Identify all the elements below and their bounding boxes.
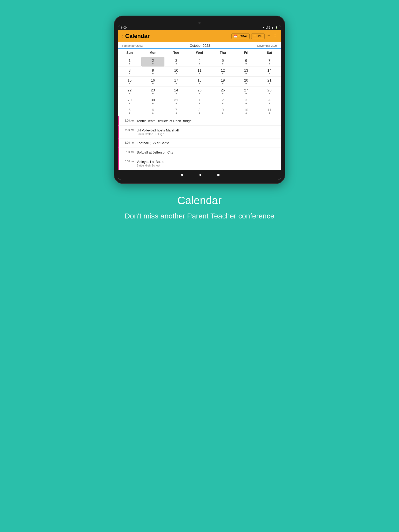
cal-day-19-week2[interactable]: 19	[211, 77, 235, 87]
tablet-screen: 8:00 ▼ LTE ▲ 🔋 ‹ Calendar 📅 TODAY ☰ LIST…	[118, 25, 281, 180]
event-time-0: 8:00 AM	[123, 119, 134, 122]
cal-day-8-week5[interactable]: 8	[188, 106, 211, 116]
cal-day-8-week1[interactable]: 8	[118, 67, 141, 77]
list-button[interactable]: ☰ LIST	[251, 34, 265, 39]
cal-day-25-week3[interactable]: 25	[188, 87, 211, 96]
recent-nav-button[interactable]: ■	[217, 172, 220, 177]
today-label: TODAY	[238, 35, 248, 38]
cal-day-27-week3[interactable]: 27	[235, 87, 258, 96]
cal-day-28-week3[interactable]: 28	[258, 87, 281, 96]
wifi-icon: ▼	[262, 26, 265, 29]
bottom-subtitle: Don't miss another Parent Teacher confer…	[125, 211, 274, 221]
cal-day-12-week1[interactable]: 12	[211, 67, 235, 77]
today-icon: 📅	[234, 35, 237, 38]
list-icon: ☰	[253, 35, 256, 38]
tablet-top-bar	[118, 21, 281, 25]
cal-day-26-week3[interactable]: 26	[211, 87, 235, 96]
day-headers: Sun Mon Tue Wed Thu Fri Sat	[118, 49, 281, 57]
home-nav-button[interactable]: ●	[199, 172, 202, 177]
tablet-device: 8:00 ▼ LTE ▲ 🔋 ‹ Calendar 📅 TODAY ☰ LIST…	[114, 16, 285, 184]
cal-day-16-week2[interactable]: 16	[141, 77, 165, 87]
event-item-3[interactable]: 5:00 PMSoftball at Jefferson City	[118, 148, 281, 157]
app-title: Calendar	[125, 33, 230, 39]
event-title-4: Volleyball at Battle	[137, 160, 277, 164]
event-time-2: 5:00 PM	[123, 141, 134, 144]
cal-day-5-week5[interactable]: 5	[118, 106, 141, 116]
day-header-mon: Mon	[141, 50, 165, 56]
back-nav-button[interactable]: ◄	[179, 172, 183, 177]
cal-day-22-week3[interactable]: 22	[118, 87, 141, 96]
cal-day-9-week1[interactable]: 9	[141, 67, 165, 77]
event-title-3: Softball at Jefferson City	[137, 150, 277, 154]
event-title-2: Football (JV) at Battle	[137, 141, 277, 145]
event-item-0[interactable]: 8:00 AMTennis Team Districts at Rock Bri…	[118, 116, 281, 126]
cal-day-15-week2[interactable]: 15	[118, 77, 141, 87]
battery-icon: 🔋	[275, 26, 278, 29]
cal-day-10-week1[interactable]: 10	[164, 67, 188, 77]
cal-day-2-week0[interactable]: 2	[141, 57, 165, 67]
event-time-1: 4:00 PM	[123, 128, 134, 131]
bottom-title: Calendar	[125, 194, 274, 207]
lte-label: LTE	[265, 26, 270, 29]
day-header-thu: Thu	[211, 50, 235, 56]
event-time-4: 5:00 PM	[123, 160, 134, 163]
filter-button[interactable]: ≡	[267, 34, 270, 39]
cal-day-30-week4[interactable]: 30	[141, 96, 165, 106]
back-button[interactable]: ‹	[122, 34, 123, 39]
cal-day-29-week4[interactable]: 29	[118, 96, 141, 106]
cal-day-5-week0[interactable]: 5	[211, 57, 235, 67]
calendar-grid: 1234567891011121314151617181920212223242…	[118, 57, 281, 116]
cal-day-17-week2[interactable]: 17	[164, 77, 188, 87]
event-item-4[interactable]: 5:00 PMVolleyball at BattleBattle High S…	[118, 157, 281, 170]
cal-day-3-week4[interactable]: 3	[235, 96, 258, 106]
event-location-1: Smith Cotton JR High	[137, 132, 277, 136]
day-header-wed: Wed	[188, 50, 211, 56]
cal-day-7-week0[interactable]: 7	[258, 57, 281, 67]
month-nav: September 2023 October 2023 November 202…	[118, 42, 281, 49]
cal-day-21-week2[interactable]: 21	[258, 77, 281, 87]
cal-day-18-week2[interactable]: 18	[188, 77, 211, 87]
event-details-4: Volleyball at BattleBattle High School	[137, 160, 277, 167]
next-month[interactable]: November 2023	[257, 44, 277, 47]
cal-day-4-week4[interactable]: 4	[258, 96, 281, 106]
event-time-3: 5:00 PM	[123, 150, 134, 154]
cal-day-11-week5[interactable]: 11	[258, 106, 281, 116]
event-title-0: Tennis Team Districts at Rock Bridge	[137, 119, 277, 123]
cal-day-1-week0[interactable]: 1	[118, 57, 141, 67]
event-title-1: JH Volleyball hosts Marshall	[137, 128, 277, 132]
nav-bar: ◄ ● ■	[118, 170, 281, 180]
cal-day-20-week2[interactable]: 20	[235, 77, 258, 87]
cal-day-4-week0[interactable]: 4	[188, 57, 211, 67]
cal-day-23-week3[interactable]: 23	[141, 87, 165, 96]
day-header-sun: Sun	[118, 50, 141, 56]
event-item-1[interactable]: 4:00 PMJH Volleyball hosts MarshallSmith…	[118, 126, 281, 138]
cal-day-9-week5[interactable]: 9	[211, 106, 235, 116]
more-button[interactable]: ⋮	[273, 33, 277, 39]
cal-day-3-week0[interactable]: 3	[164, 57, 188, 67]
day-header-sat: Sat	[258, 50, 281, 56]
cal-day-6-week0[interactable]: 6	[235, 57, 258, 67]
cal-day-31-week4[interactable]: 31	[164, 96, 188, 106]
cal-day-13-week1[interactable]: 13	[235, 67, 258, 77]
event-details-1: JH Volleyball hosts MarshallSmith Cotton…	[137, 128, 277, 136]
event-details-3: Softball at Jefferson City	[137, 150, 277, 154]
status-time: 8:00	[121, 26, 127, 29]
cal-day-10-week5[interactable]: 10	[235, 106, 258, 116]
event-location-4: Battle High School	[137, 164, 277, 167]
cal-day-6-week5[interactable]: 6	[141, 106, 165, 116]
cal-day-1-week4[interactable]: 1	[188, 96, 211, 106]
cal-day-2-week4[interactable]: 2	[211, 96, 235, 106]
tablet-camera	[198, 22, 201, 24]
event-item-2[interactable]: 5:00 PMFootball (JV) at Battle	[118, 138, 281, 148]
prev-month[interactable]: September 2023	[122, 44, 143, 47]
list-label: LIST	[257, 35, 263, 38]
event-details-0: Tennis Team Districts at Rock Bridge	[137, 119, 277, 123]
cal-day-24-week3[interactable]: 24	[164, 87, 188, 96]
day-header-fri: Fri	[235, 50, 258, 56]
event-details-2: Football (JV) at Battle	[137, 141, 277, 145]
cal-day-14-week1[interactable]: 14	[258, 67, 281, 77]
cal-day-7-week5[interactable]: 7	[164, 106, 188, 116]
signal-icon: ▲	[271, 26, 274, 29]
cal-day-11-week1[interactable]: 11	[188, 67, 211, 77]
today-button[interactable]: 📅 TODAY	[231, 34, 250, 39]
